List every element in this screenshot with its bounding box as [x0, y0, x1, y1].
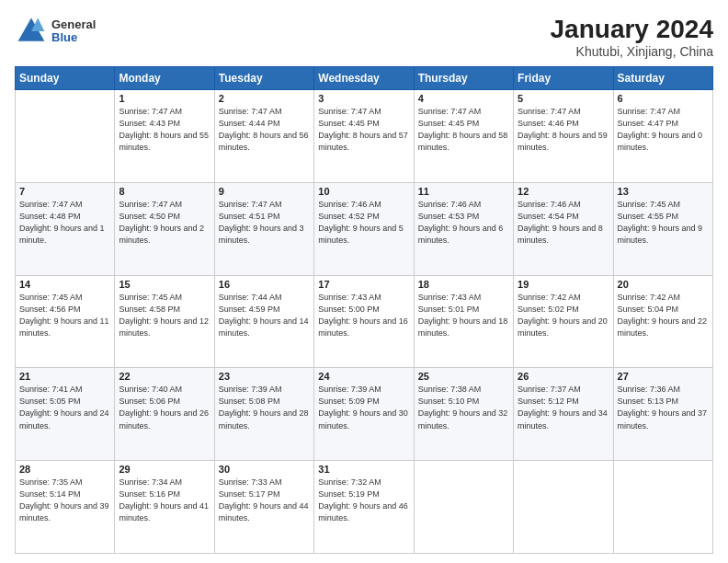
day-number: 10: [318, 186, 409, 197]
day-number: 23: [219, 371, 310, 382]
day-info: Sunrise: 7:36 AMSunset: 5:13 PMDaylight:…: [618, 384, 709, 431]
day-number: 24: [318, 371, 409, 382]
calendar-cell: 22Sunrise: 7:40 AMSunset: 5:06 PMDayligh…: [115, 368, 214, 461]
day-info: Sunrise: 7:42 AMSunset: 5:04 PMDaylight:…: [618, 292, 709, 339]
day-info: Sunrise: 7:47 AMSunset: 4:45 PMDaylight:…: [418, 106, 509, 154]
calendar-cell: [514, 461, 613, 554]
calendar-cell: 25Sunrise: 7:38 AMSunset: 5:10 PMDayligh…: [414, 368, 513, 461]
calendar-cell: 8Sunrise: 7:47 AMSunset: 4:50 PMDaylight…: [115, 182, 214, 275]
weekday-header-tuesday: Tuesday: [214, 67, 313, 90]
calendar-cell: 19Sunrise: 7:42 AMSunset: 5:02 PMDayligh…: [514, 275, 613, 368]
day-number: 2: [219, 93, 310, 104]
day-info: Sunrise: 7:39 AMSunset: 5:08 PMDaylight:…: [219, 384, 310, 431]
day-info: Sunrise: 7:41 AMSunset: 5:05 PMDaylight:…: [19, 384, 110, 431]
weekday-header-sunday: Sunday: [16, 67, 115, 90]
calendar-cell: 23Sunrise: 7:39 AMSunset: 5:08 PMDayligh…: [214, 368, 313, 461]
day-number: 7: [19, 186, 110, 197]
day-number: 31: [318, 464, 409, 475]
calendar-cell: 29Sunrise: 7:34 AMSunset: 5:16 PMDayligh…: [115, 461, 214, 554]
day-info: Sunrise: 7:40 AMSunset: 5:06 PMDaylight:…: [119, 384, 210, 431]
calendar-cell: 31Sunrise: 7:32 AMSunset: 5:19 PMDayligh…: [314, 461, 414, 554]
day-info: Sunrise: 7:42 AMSunset: 5:02 PMDaylight:…: [518, 292, 609, 339]
day-info: Sunrise: 7:37 AMSunset: 5:12 PMDaylight:…: [518, 384, 609, 431]
day-number: 26: [518, 371, 609, 382]
day-number: 27: [618, 371, 709, 382]
day-info: Sunrise: 7:43 AMSunset: 5:01 PMDaylight:…: [418, 292, 509, 339]
day-number: 28: [19, 464, 110, 475]
day-number: 21: [19, 371, 110, 382]
calendar-cell: 15Sunrise: 7:45 AMSunset: 4:58 PMDayligh…: [115, 275, 214, 368]
day-info: Sunrise: 7:33 AMSunset: 5:17 PMDaylight:…: [219, 477, 310, 524]
day-info: Sunrise: 7:46 AMSunset: 4:54 PMDaylight:…: [518, 199, 609, 247]
calendar-week-3: 14Sunrise: 7:45 AMSunset: 4:56 PMDayligh…: [16, 275, 713, 368]
weekday-header-wednesday: Wednesday: [314, 67, 414, 90]
day-info: Sunrise: 7:47 AMSunset: 4:45 PMDaylight:…: [318, 106, 409, 154]
day-number: 4: [418, 93, 509, 104]
day-info: Sunrise: 7:46 AMSunset: 4:52 PMDaylight:…: [318, 199, 409, 247]
day-number: 15: [119, 279, 210, 290]
calendar-cell: 9Sunrise: 7:47 AMSunset: 4:51 PMDaylight…: [214, 182, 313, 275]
weekday-header-saturday: Saturday: [613, 67, 712, 90]
day-number: 20: [618, 279, 709, 290]
calendar-subtitle: Khutubi, Xinjiang, China: [551, 44, 713, 59]
calendar-cell: 2Sunrise: 7:47 AMSunset: 4:44 PMDaylight…: [214, 90, 313, 183]
weekday-header-thursday: Thursday: [414, 67, 513, 90]
calendar-cell: 26Sunrise: 7:37 AMSunset: 5:12 PMDayligh…: [514, 368, 613, 461]
calendar-cell: 13Sunrise: 7:45 AMSunset: 4:55 PMDayligh…: [613, 182, 712, 275]
calendar-cell: [613, 461, 712, 554]
logo-blue: Blue: [51, 31, 96, 44]
day-number: 8: [119, 186, 210, 197]
calendar-cell: 10Sunrise: 7:46 AMSunset: 4:52 PMDayligh…: [314, 182, 414, 275]
weekday-header-friday: Friday: [514, 67, 613, 90]
calendar-cell: 4Sunrise: 7:47 AMSunset: 4:45 PMDaylight…: [414, 90, 513, 183]
title-block: January 2024 Khutubi, Xinjiang, China: [551, 15, 713, 59]
calendar-cell: [16, 90, 115, 183]
calendar-cell: 6Sunrise: 7:47 AMSunset: 4:47 PMDaylight…: [613, 90, 712, 183]
day-number: 22: [119, 371, 210, 382]
day-number: 3: [318, 93, 409, 104]
page: General Blue January 2024 Khutubi, Xinji…: [0, 0, 728, 563]
calendar-cell: 14Sunrise: 7:45 AMSunset: 4:56 PMDayligh…: [16, 275, 115, 368]
calendar-week-1: 1Sunrise: 7:47 AMSunset: 4:43 PMDaylight…: [16, 90, 713, 183]
calendar-cell: 16Sunrise: 7:44 AMSunset: 4:59 PMDayligh…: [214, 275, 313, 368]
logo-icon: [15, 15, 48, 48]
day-info: Sunrise: 7:43 AMSunset: 5:00 PMDaylight:…: [318, 292, 409, 339]
logo-general: General: [51, 18, 96, 31]
day-number: 12: [518, 186, 609, 197]
day-info: Sunrise: 7:47 AMSunset: 4:51 PMDaylight:…: [219, 199, 310, 247]
day-info: Sunrise: 7:47 AMSunset: 4:48 PMDaylight:…: [19, 199, 110, 247]
day-number: 18: [418, 279, 509, 290]
day-number: 1: [119, 93, 210, 104]
day-info: Sunrise: 7:46 AMSunset: 4:53 PMDaylight:…: [418, 199, 509, 247]
day-info: Sunrise: 7:39 AMSunset: 5:09 PMDaylight:…: [318, 384, 409, 431]
calendar-cell: [414, 461, 513, 554]
day-number: 13: [618, 186, 709, 197]
day-info: Sunrise: 7:47 AMSunset: 4:43 PMDaylight:…: [119, 106, 210, 154]
day-info: Sunrise: 7:45 AMSunset: 4:55 PMDaylight:…: [618, 199, 709, 247]
day-number: 9: [219, 186, 310, 197]
calendar-title: January 2024: [551, 15, 713, 44]
day-number: 19: [518, 279, 609, 290]
calendar-week-2: 7Sunrise: 7:47 AMSunset: 4:48 PMDaylight…: [16, 182, 713, 275]
day-info: Sunrise: 7:44 AMSunset: 4:59 PMDaylight:…: [219, 292, 310, 339]
day-number: 14: [19, 279, 110, 290]
logo-text: General Blue: [51, 18, 96, 45]
day-number: 5: [518, 93, 609, 104]
day-info: Sunrise: 7:35 AMSunset: 5:14 PMDaylight:…: [19, 477, 110, 524]
day-number: 17: [318, 279, 409, 290]
day-info: Sunrise: 7:47 AMSunset: 4:50 PMDaylight:…: [119, 199, 210, 247]
day-info: Sunrise: 7:38 AMSunset: 5:10 PMDaylight:…: [418, 384, 509, 431]
calendar-cell: 18Sunrise: 7:43 AMSunset: 5:01 PMDayligh…: [414, 275, 513, 368]
calendar-cell: 17Sunrise: 7:43 AMSunset: 5:00 PMDayligh…: [314, 275, 414, 368]
calendar-cell: 21Sunrise: 7:41 AMSunset: 5:05 PMDayligh…: [16, 368, 115, 461]
day-info: Sunrise: 7:45 AMSunset: 4:56 PMDaylight:…: [19, 292, 110, 339]
calendar-cell: 11Sunrise: 7:46 AMSunset: 4:53 PMDayligh…: [414, 182, 513, 275]
logo: General Blue: [15, 15, 96, 48]
calendar-cell: 20Sunrise: 7:42 AMSunset: 5:04 PMDayligh…: [613, 275, 712, 368]
weekday-header-monday: Monday: [115, 67, 214, 90]
calendar-cell: 12Sunrise: 7:46 AMSunset: 4:54 PMDayligh…: [514, 182, 613, 275]
calendar-week-4: 21Sunrise: 7:41 AMSunset: 5:05 PMDayligh…: [16, 368, 713, 461]
calendar-table: SundayMondayTuesdayWednesdayThursdayFrid…: [15, 66, 713, 554]
day-number: 30: [219, 464, 310, 475]
day-info: Sunrise: 7:34 AMSunset: 5:16 PMDaylight:…: [119, 477, 210, 524]
